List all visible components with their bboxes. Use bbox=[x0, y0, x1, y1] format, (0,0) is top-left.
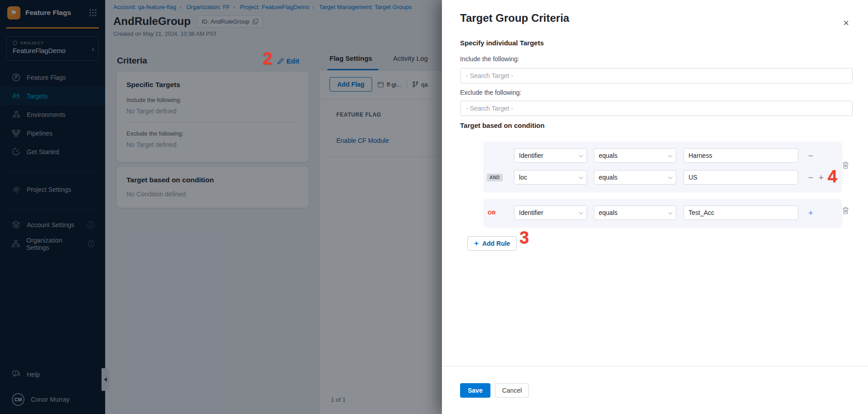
operator-select[interactable]: equals bbox=[594, 170, 676, 185]
trash-icon[interactable] bbox=[842, 207, 849, 214]
individual-targets-heading: Specify individual Targets bbox=[460, 39, 544, 47]
include-target-search-input[interactable] bbox=[460, 68, 853, 83]
chevron-down-icon bbox=[579, 210, 583, 214]
cancel-button[interactable]: Cancel bbox=[495, 383, 529, 398]
modal-footer-divider bbox=[442, 366, 868, 366]
add-condition-button[interactable]: + bbox=[819, 173, 824, 182]
value-input[interactable] bbox=[684, 148, 798, 163]
remove-condition-button[interactable]: − bbox=[808, 151, 813, 160]
annotation-step-2: 2 bbox=[263, 50, 272, 67]
chevron-down-icon bbox=[668, 210, 673, 214]
condition-row: Identifier equals − bbox=[487, 148, 842, 163]
connector-col: AND bbox=[487, 174, 514, 181]
modal-include-label: Include the following: bbox=[460, 55, 519, 63]
target-group-criteria-modal: Target Group Criteria × Specify individu… bbox=[442, 0, 868, 414]
value-input[interactable] bbox=[684, 205, 798, 220]
condition-section-heading: Target based on condition bbox=[460, 122, 544, 129]
chevron-down-icon bbox=[579, 153, 583, 157]
operator-value: equals bbox=[599, 174, 617, 181]
chevron-down-icon bbox=[668, 153, 673, 157]
attribute-select[interactable]: loc bbox=[514, 170, 587, 185]
modal-exclude-label: Exclude the following: bbox=[460, 89, 521, 96]
trash-icon[interactable] bbox=[842, 161, 849, 169]
chevron-down-icon bbox=[579, 175, 583, 179]
remove-condition-button[interactable]: − bbox=[808, 173, 813, 182]
add-condition-button[interactable]: + bbox=[808, 209, 813, 217]
attribute-value: Identifier bbox=[519, 209, 543, 216]
screen: ⚑ Feature Flags PROJECT FeatureFlagDemo … bbox=[0, 0, 868, 414]
rule-group-2: OR Identifier equals + bbox=[483, 199, 842, 228]
connector-col: OR bbox=[487, 209, 514, 217]
save-button[interactable]: Save bbox=[460, 383, 490, 398]
rule-group-1: Identifier equals − AND loc equals bbox=[483, 141, 842, 193]
attribute-select[interactable]: Identifier bbox=[514, 148, 587, 163]
add-rule-label: Add Rule bbox=[482, 240, 510, 247]
or-connector-label: OR bbox=[487, 209, 497, 217]
close-icon[interactable]: × bbox=[843, 18, 849, 28]
value-input[interactable] bbox=[684, 170, 798, 185]
annotation-step-3: 3 bbox=[519, 229, 529, 246]
annotation-step-4: 4 bbox=[828, 168, 837, 185]
attribute-select[interactable]: Identifier bbox=[514, 205, 587, 220]
modal-title: Target Group Criteria bbox=[460, 12, 569, 24]
attribute-value: Identifier bbox=[519, 152, 543, 159]
operator-select[interactable]: equals bbox=[594, 148, 676, 163]
operator-value: equals bbox=[599, 152, 617, 159]
condition-row: OR Identifier equals + bbox=[487, 205, 842, 220]
and-connector-badge: AND bbox=[487, 174, 503, 181]
exclude-target-search-input[interactable] bbox=[460, 101, 853, 116]
operator-value: equals bbox=[599, 209, 617, 216]
operator-select[interactable]: equals bbox=[594, 205, 676, 220]
condition-row: AND loc equals − + bbox=[487, 170, 842, 185]
plus-icon: + bbox=[474, 239, 479, 248]
attribute-value: loc bbox=[519, 174, 527, 181]
chevron-down-icon bbox=[668, 175, 673, 179]
add-rule-button[interactable]: + Add Rule bbox=[467, 236, 517, 251]
